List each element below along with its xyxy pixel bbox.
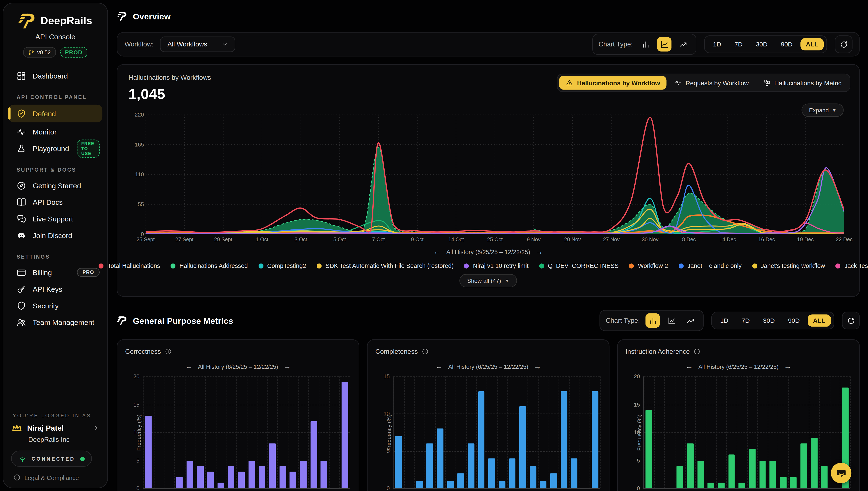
legend-item[interactable]: CompTesting2 <box>258 262 306 269</box>
legend-item[interactable]: Hallucinations Addressed <box>171 262 248 269</box>
sidebar-item-live-support[interactable]: Live Support <box>3 210 108 227</box>
sidebar-item-security[interactable]: Security <box>3 297 108 314</box>
histogram-bar <box>437 429 443 488</box>
tab-hallucinations-by-workflow[interactable]: Hallucinations by Workflow <box>559 76 667 90</box>
histogram-bar <box>509 459 516 488</box>
gpm-range-30d-button[interactable]: 30D <box>758 315 780 327</box>
key-icon <box>17 284 26 294</box>
legal-compliance-link[interactable]: Legal & Compliance <box>13 474 99 481</box>
chart-type-bar-button[interactable] <box>638 37 653 52</box>
chat-launcher-button[interactable] <box>831 463 851 483</box>
user-account[interactable]: Niraj Patel <box>11 423 99 434</box>
histogram-bar <box>468 443 474 488</box>
chart-type-line-button[interactable] <box>657 37 671 52</box>
gpm-range-7d-button[interactable]: 7D <box>736 315 755 327</box>
sidebar-item-defend[interactable]: Defend <box>8 105 103 122</box>
legend-dot <box>678 263 684 268</box>
workflow-label: Workflow: <box>124 40 154 48</box>
show-all-button[interactable]: Show all (47) ▼ <box>459 274 517 287</box>
histogram-bar <box>249 460 255 488</box>
legend-dot <box>464 263 469 268</box>
legend-dot <box>752 263 757 268</box>
pro-badge: PRO <box>77 268 99 277</box>
x-tick-label: 9 Nov <box>527 236 541 242</box>
chevron-down-icon <box>222 41 228 48</box>
y-tick-label: 20 <box>626 373 640 379</box>
history-next-icon[interactable]: → <box>536 248 543 256</box>
nav-section-label: API CONTROL PANEL <box>17 94 108 100</box>
legend-item[interactable]: Niraj v1 10 retry limit <box>464 262 528 269</box>
range-all-button[interactable]: ALL <box>800 38 824 51</box>
sidebar-item-monitor[interactable]: Monitor <box>3 123 108 140</box>
legend-item[interactable]: Janet's testing workflow <box>752 262 825 269</box>
legend-label: Janet – c and c only <box>687 262 742 269</box>
legend-item[interactable]: Total Hallucinations <box>99 262 160 269</box>
history-prev-icon[interactable]: ← <box>185 362 193 370</box>
sidebar-item-label: Security <box>33 301 59 310</box>
info-icon[interactable] <box>694 348 700 355</box>
gpm-range-1d-button[interactable]: 1D <box>715 315 734 327</box>
legend-item[interactable]: Janet – c and c only <box>678 262 742 269</box>
info-icon[interactable] <box>422 348 428 355</box>
chevron-right-icon[interactable] <box>92 425 99 432</box>
caret-down-icon: ▼ <box>832 108 837 113</box>
deeprails-logo-icon <box>18 12 36 30</box>
gpm-refresh-button[interactable] <box>842 312 860 329</box>
gpm-chart-type-bar-button[interactable] <box>645 313 660 328</box>
refresh-button[interactable] <box>835 35 852 53</box>
histogram-bar <box>592 392 598 488</box>
history-prev-icon[interactable]: ← <box>434 248 441 256</box>
chat-bubble-icon <box>836 468 846 478</box>
range-30d-button[interactable]: 30D <box>750 38 773 51</box>
sidebar-item-team-management[interactable]: Team Management <box>3 314 108 330</box>
gpm-range-90d-button[interactable]: 90D <box>782 315 805 327</box>
histogram-bar <box>519 406 526 488</box>
range-7d-button[interactable]: 7D <box>729 38 748 51</box>
history-prev-icon[interactable]: ← <box>435 362 443 370</box>
sidebar-item-playground[interactable]: PlaygroundFREE TO USE <box>3 140 108 156</box>
histogram-bar <box>749 449 755 488</box>
wifi-icon <box>18 455 27 463</box>
tab-requests-by-workflow[interactable]: Requests by Workflow <box>668 76 755 90</box>
brand-name: DeepRails <box>40 15 92 27</box>
gpm-chart-type-group: Chart Type: <box>600 310 704 331</box>
sidebar-item-join-discord[interactable]: Join Discord <box>3 227 108 243</box>
sidebar-item-getting-started[interactable]: Getting Started <box>3 177 108 194</box>
history-prev-icon[interactable]: ← <box>686 362 693 370</box>
sidebar-item-dashboard[interactable]: Dashboard <box>3 67 108 84</box>
sidebar-item-api-keys[interactable]: API Keys <box>3 281 108 297</box>
tab-hallucinations-by-metric[interactable]: Hallucinations by Metric <box>756 76 848 90</box>
legend-item[interactable]: Jack Testing <box>836 262 868 269</box>
sidebar-item-api-docs[interactable]: API Docs <box>3 194 108 210</box>
x-tick-label: 29 Sept <box>214 236 232 242</box>
filters-bar: Workflow: All Workflows Chart Type: 1D 7… <box>117 32 860 56</box>
gpm-chart-type-trend-button[interactable] <box>683 313 697 328</box>
gpm-range-all-button[interactable]: ALL <box>807 315 831 327</box>
range-90d-button[interactable]: 90D <box>775 38 798 51</box>
histogram-plot <box>143 376 350 489</box>
legend-label: Workflow 2 <box>638 262 668 269</box>
x-tick-label: 16 Dec <box>758 236 775 242</box>
sidebar-item-billing[interactable]: BillingPRO <box>3 264 108 281</box>
histogram-bar <box>561 392 567 488</box>
history-next-icon[interactable]: → <box>534 362 541 370</box>
users-icon <box>17 317 26 327</box>
activity-icon <box>674 79 682 86</box>
histogram-bar <box>395 436 402 488</box>
workflow-select[interactable]: All Workflows <box>160 36 235 52</box>
history-next-icon[interactable]: → <box>284 362 291 370</box>
range-1d-button[interactable]: 1D <box>707 38 727 51</box>
y-tick-label: 10 <box>375 411 390 417</box>
legend-item[interactable]: Q–DEV–CORRECTNESS <box>539 262 619 269</box>
legend-dot <box>539 263 544 268</box>
legend-item[interactable]: Workflow 2 <box>629 262 668 269</box>
history-next-icon[interactable]: → <box>784 362 791 370</box>
sidebar-item-label: Monitor <box>33 127 57 136</box>
chart-type-trend-button[interactable] <box>676 37 690 52</box>
sidebar-item-label: Playground <box>33 144 69 152</box>
legend-item[interactable]: SDK Test Automatic With File Search (res… <box>317 262 454 269</box>
env-badge: PROD <box>60 47 87 58</box>
info-icon[interactable] <box>165 348 171 355</box>
gpm-chart-type-line-button[interactable] <box>664 313 679 328</box>
sidebar: DeepRails API Console v0.52 PROD Dashboa… <box>3 3 108 488</box>
